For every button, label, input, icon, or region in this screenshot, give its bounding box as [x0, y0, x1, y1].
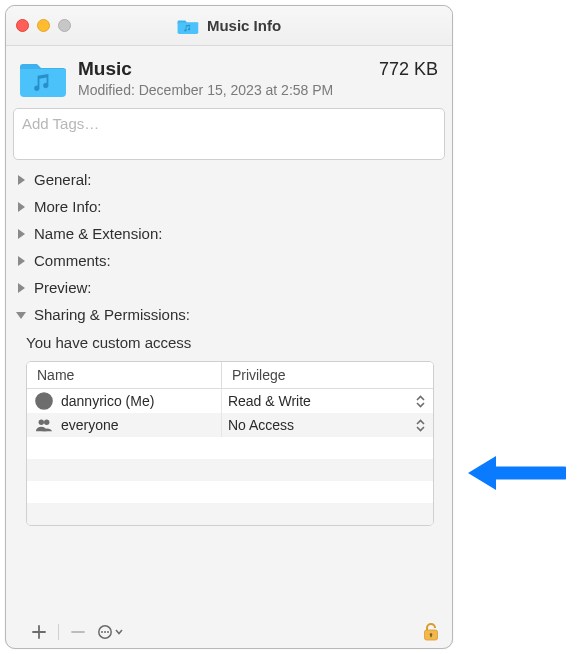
stepper-icon	[416, 419, 425, 432]
item-name: Music	[78, 58, 132, 80]
table-row	[27, 503, 433, 525]
disclosure-icon	[16, 283, 26, 293]
section-comments[interactable]: Comments:	[6, 247, 452, 274]
privilege-select[interactable]: Read & Write	[222, 390, 433, 412]
section-name-extension[interactable]: Name & Extension:	[6, 220, 452, 247]
zoom-button	[58, 19, 71, 32]
table-row	[27, 481, 433, 503]
column-name[interactable]: Name	[27, 362, 222, 388]
svg-point-7	[107, 631, 109, 633]
callout-arrow	[466, 452, 566, 494]
minimize-button[interactable]	[37, 19, 50, 32]
table-row	[27, 437, 433, 459]
table-row	[27, 459, 433, 481]
section-label: Comments:	[34, 252, 111, 269]
section-general[interactable]: General:	[6, 166, 452, 193]
section-label: Preview:	[34, 279, 92, 296]
chevron-down-icon	[115, 629, 123, 635]
section-more-info[interactable]: More Info:	[6, 193, 452, 220]
titlebar: Music Info	[6, 6, 452, 46]
user-name: everyone	[61, 417, 119, 433]
svg-point-2	[39, 420, 44, 425]
section-sharing-permissions[interactable]: Sharing & Permissions:	[6, 301, 452, 328]
info-window: Music Info Music 772 KB Modified: Decemb…	[5, 5, 453, 649]
svg-rect-10	[430, 635, 431, 638]
disclosure-icon	[16, 256, 26, 266]
access-text: You have custom access	[26, 334, 440, 351]
info-header: Music 772 KB Modified: December 15, 2023…	[6, 46, 452, 106]
user-icon	[35, 392, 53, 410]
section-preview[interactable]: Preview:	[6, 274, 452, 301]
user-name: dannyrico (Me)	[61, 393, 154, 409]
item-modified: Modified: December 15, 2023 at 2:58 PM	[78, 82, 438, 98]
window-controls	[16, 19, 71, 32]
disclosure-icon	[16, 202, 26, 212]
sections: General: More Info: Name & Extension: Co…	[6, 166, 452, 526]
window-title: Music Info	[207, 17, 281, 34]
privilege-select[interactable]: No Access	[222, 414, 433, 436]
table-row[interactable]: dannyrico (Me) Read & Write	[27, 389, 433, 413]
privilege-value: No Access	[228, 417, 294, 433]
tags-input[interactable]: Add Tags…	[13, 108, 445, 160]
remove-button	[69, 623, 87, 641]
svg-point-5	[101, 631, 103, 633]
sharing-body: You have custom access Name Privilege	[6, 334, 452, 526]
svg-point-1	[41, 396, 46, 401]
stepper-icon	[416, 395, 425, 408]
table-row[interactable]: everyone No Access	[27, 413, 433, 437]
privilege-value: Read & Write	[228, 393, 311, 409]
lock-button[interactable]	[422, 623, 440, 641]
section-label: Sharing & Permissions:	[34, 306, 190, 323]
item-size: 772 KB	[379, 59, 438, 80]
section-label: More Info:	[34, 198, 102, 215]
tags-placeholder: Add Tags…	[22, 115, 99, 132]
disclosure-icon	[16, 175, 26, 185]
group-icon	[35, 416, 53, 434]
folder-icon	[177, 17, 199, 35]
section-label: Name & Extension:	[34, 225, 162, 242]
svg-point-6	[104, 631, 106, 633]
column-privilege[interactable]: Privilege	[222, 362, 433, 388]
action-menu-button[interactable]	[97, 623, 123, 641]
svg-marker-12	[468, 456, 496, 490]
disclosure-icon	[16, 229, 26, 239]
folder-icon	[20, 58, 66, 98]
add-button[interactable]	[30, 623, 48, 641]
svg-point-3	[44, 420, 49, 425]
bottom-toolbar	[6, 616, 452, 648]
permissions-header: Name Privilege	[27, 362, 433, 389]
separator	[58, 624, 59, 640]
close-button[interactable]	[16, 19, 29, 32]
permissions-table: Name Privilege dannyrico (Me)	[26, 361, 434, 526]
section-label: General:	[34, 171, 92, 188]
disclosure-icon	[16, 310, 26, 320]
